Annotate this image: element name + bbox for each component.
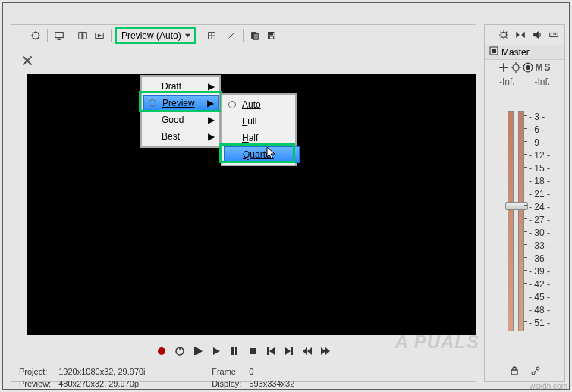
resolution-item-auto[interactable]: Auto [224,96,300,113]
svg-marker-31 [285,347,291,355]
svg-point-48 [513,64,519,71]
scale-tick: - 21 - [529,189,552,199]
svg-rect-45 [492,49,496,53]
video-fx-icon[interactable] [92,28,107,43]
close-icon[interactable] [22,55,33,66]
scale-tick: - 42 - [529,279,552,290]
radio-icon [228,101,236,108]
master-header: Master [485,45,564,60]
scale-tick: - 33 - [529,240,552,251]
app-frame: Preview (Auto) Draft ▶ Preview ▶ [2,2,570,390]
watermark: A PUALS [395,331,479,353]
scale-tick: - 48 - [529,305,552,315]
properties-icon[interactable] [28,28,43,43]
svg-marker-39 [522,33,525,38]
quality-menu-item-preview[interactable]: Preview ▶ [143,95,219,111]
quality-menu-item-good[interactable]: Good ▶ [143,111,219,128]
preview-label: Preview: [19,378,57,389]
svg-point-20 [158,347,165,355]
bus-settings-icon[interactable] [511,62,521,73]
automation-icon[interactable] [528,363,543,378]
submenu-arrow-icon: ▶ [208,81,215,92]
menu-item-label: Half [242,133,258,143]
scale-tick: - 30 - [529,227,552,238]
resolution-item-half[interactable]: Half [224,130,300,146]
mixer-settings-icon[interactable] [496,27,511,42]
preview-quality-dropdown[interactable]: Preview (Auto) [115,27,196,44]
frame-value: 0 [249,366,300,377]
svg-marker-36 [325,347,330,355]
mixer-bottom-row [485,363,564,378]
svg-rect-16 [253,33,258,39]
meter-area: - 3 -- 6 -- 9 -- 12 -- 15 -- 18 -- 21 --… [498,111,559,331]
lock-icon[interactable] [507,363,522,378]
menu-item-label: Best [162,131,180,142]
stop-button[interactable] [246,344,259,358]
scale-tick: - 3 - [529,111,552,122]
submenu-arrow-icon: ▶ [208,114,215,125]
next-frame-button[interactable] [319,344,332,358]
svg-rect-28 [250,348,256,354]
preview-toolbar: Preview (Auto) [11,25,476,46]
scale-tick: - 18 - [529,176,552,187]
play-button[interactable] [209,344,223,358]
resolution-item-quarter[interactable]: Quarter [224,146,300,163]
svg-rect-32 [291,347,293,355]
scale-tick: - 15 - [529,163,552,174]
preview-panel: Preview (Auto) Draft ▶ Preview ▶ [11,24,476,382]
svg-rect-6 [79,33,82,39]
scale-tick: - 9 - [529,137,552,148]
quality-menu-item-best[interactable]: Best ▶ [143,128,219,145]
prev-frame-button[interactable] [300,344,314,358]
quality-menu-item-draft[interactable]: Draft ▶ [143,78,219,95]
fader-handle[interactable] [505,202,528,210]
level-right: -Inf. [534,77,550,87]
go-end-button[interactable] [282,344,296,358]
svg-point-2 [33,33,39,39]
preview-value: 480x270x32, 29.970p [58,378,210,389]
mute-button[interactable]: M [535,62,542,73]
scale-tick: - 24 - [529,202,552,212]
scale-tick: - 12 - [529,150,552,161]
mixer-toolbar [485,25,564,45]
quality-menu: Draft ▶ Preview ▶ Good ▶ Best ▶ [140,75,221,148]
svg-marker-38 [517,33,520,38]
menu-item-label: Quarter [243,149,274,160]
play-start-button[interactable] [191,344,205,358]
mixer-buttons-row: M S [485,60,564,75]
downmix-icon[interactable] [513,27,528,42]
split-screen-icon[interactable] [75,28,90,43]
svg-marker-34 [307,347,312,355]
master-bus-icon [489,46,498,58]
scale-tick: - 6 - [529,124,552,135]
master-label: Master [501,47,530,58]
output-icon[interactable] [523,62,533,73]
solo-button[interactable]: S [544,62,550,73]
menu-item-label: Preview [162,98,195,108]
scale-tick: - 36 - [529,253,552,264]
go-start-button[interactable] [264,344,278,358]
radio-icon [149,99,156,107]
scale-tick: - 39 - [529,266,552,277]
svg-marker-33 [303,347,307,355]
resolution-item-full[interactable]: Full [224,113,300,130]
svg-marker-11 [185,34,190,38]
ruler-icon[interactable] [546,27,561,42]
copy-snapshot-icon[interactable] [247,28,262,43]
svg-point-37 [501,33,507,38]
menu-item-label: Good [162,114,184,125]
dim-icon[interactable] [530,27,545,42]
loop-button[interactable] [173,344,187,358]
save-snapshot-icon[interactable] [264,28,279,43]
submenu-arrow-icon: ▶ [208,131,215,142]
record-button[interactable] [155,344,168,358]
mixer-panel: Master M S -Inf. -Inf. - 3 -- 6 -- 9 -- … [484,24,565,382]
scale-icon[interactable] [224,28,239,43]
external-monitor-icon[interactable] [52,28,67,43]
project-value: 1920x1080x32, 29.970i [58,366,210,377]
overlays-icon[interactable] [204,28,219,43]
insert-fx-icon[interactable] [498,62,509,73]
pause-button[interactable] [228,344,241,358]
display-label: Display: [212,378,247,389]
svg-rect-27 [235,347,237,355]
